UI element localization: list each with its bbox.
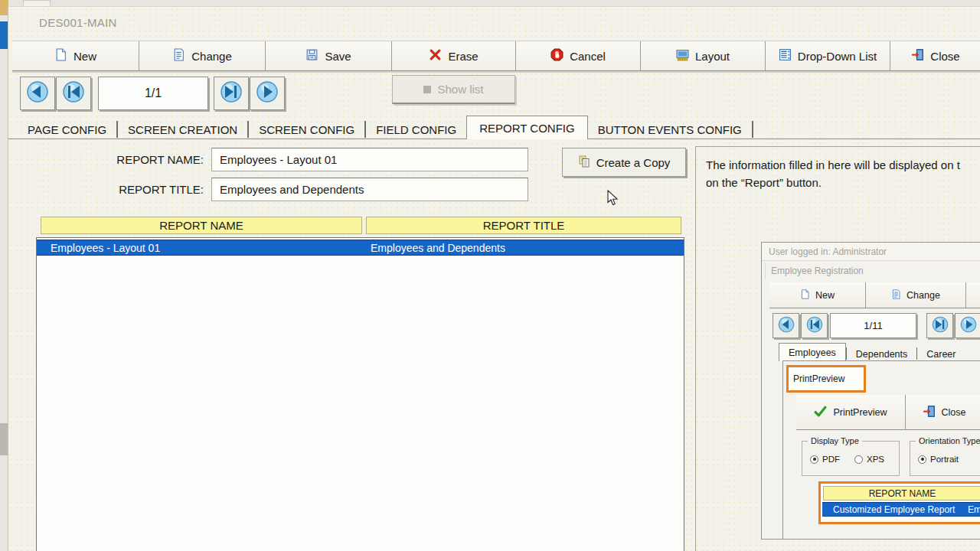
preview-last-record-button[interactable] bbox=[926, 313, 953, 338]
mouse-cursor bbox=[607, 190, 619, 210]
radio-label: Portrait bbox=[930, 455, 959, 464]
report-table-body: Employees - Layout 01 Employees and Depe… bbox=[36, 237, 684, 551]
page-indicator-value: 1/11 bbox=[864, 320, 882, 331]
report-name-label: REPORT NAME: bbox=[28, 153, 204, 166]
prev-record-button[interactable] bbox=[20, 77, 55, 110]
info-line-2: on the “Report” button. bbox=[706, 174, 980, 191]
arrow-left-icon bbox=[25, 80, 50, 107]
preview-user-bar: User logged in: Administrator bbox=[762, 243, 980, 261]
printpreview-field[interactable]: PrintPreview bbox=[789, 373, 844, 384]
tab-page-config[interactable]: PAGE CONFIG bbox=[18, 120, 116, 139]
radio-portrait[interactable]: Portrait bbox=[918, 455, 959, 464]
square-icon bbox=[423, 86, 431, 93]
info-description-text: The information filled in here will be d… bbox=[706, 156, 980, 191]
close-button[interactable]: Close bbox=[890, 41, 980, 70]
panel-divider bbox=[695, 146, 696, 551]
layout-button[interactable]: Layout bbox=[641, 41, 766, 70]
table-row-selected[interactable]: Employees - Layout 01 Employees and Depe… bbox=[37, 240, 684, 256]
main-window: DES001-MAIN New Change Save Erase Cancel… bbox=[8, 6, 980, 551]
background-window-fragment bbox=[23, 0, 51, 6]
panel-divider bbox=[695, 146, 980, 147]
exit-door-icon bbox=[923, 405, 936, 420]
drop-down-list-button[interactable]: Drop-Down List bbox=[766, 41, 890, 70]
arrow-left-icon bbox=[777, 315, 795, 337]
cancel-button[interactable]: Cancel bbox=[516, 41, 641, 70]
tab-button-events-config[interactable]: BUTTON EVENTS CONFIG bbox=[588, 120, 752, 139]
display-type-legend: Display Type bbox=[808, 436, 862, 445]
list-grid-icon bbox=[779, 48, 792, 64]
create-copy-button[interactable]: Create a Copy bbox=[562, 148, 686, 177]
preview-tab-career[interactable]: Career bbox=[917, 347, 965, 361]
button-label: New bbox=[74, 50, 96, 63]
preview-table-header-name[interactable]: REPORT NAME bbox=[823, 486, 980, 500]
tab-screen-config[interactable]: SCREEN CONFIG bbox=[249, 120, 364, 139]
preview-table-row-selected[interactable]: Customized Employee Report Emp bbox=[822, 502, 980, 517]
info-line-1: The information filled in here will be d… bbox=[706, 156, 980, 174]
preview-new-button[interactable]: New bbox=[769, 282, 866, 308]
row-cell-title: Employees and Dependents bbox=[364, 242, 684, 254]
preview-toolbar-button-cut[interactable] bbox=[966, 282, 980, 308]
preview-tab-content-panel: PrintPreview PrintPreview Close Display … bbox=[782, 360, 980, 540]
button-label: Change bbox=[906, 290, 940, 301]
erase-button[interactable]: Erase bbox=[392, 41, 516, 70]
report-table-header-row: REPORT NAME REPORT TITLE bbox=[36, 217, 684, 235]
radio-icon bbox=[810, 455, 818, 464]
report-name-input[interactable]: Employees - Layout 01 bbox=[211, 148, 528, 171]
button-label: Erase bbox=[448, 50, 478, 63]
preview-page-indicator-field[interactable]: 1/11 bbox=[830, 313, 916, 338]
button-label: Save bbox=[325, 50, 351, 63]
preview-window-title: Employee Registration bbox=[765, 262, 980, 279]
button-label: Close bbox=[930, 50, 959, 63]
first-record-button[interactable] bbox=[56, 77, 91, 110]
tab-field-config[interactable]: FIELD CONFIG bbox=[366, 120, 466, 139]
row-cell-name: Employees - Layout 01 bbox=[37, 242, 364, 254]
display-type-groupbox: Display Type PDF XPS bbox=[802, 441, 900, 476]
radio-label: XPS bbox=[867, 455, 884, 464]
radio-xps[interactable]: XPS bbox=[854, 455, 884, 464]
printpreview-button[interactable]: PrintPreview bbox=[796, 395, 906, 429]
preview-next-record-button[interactable] bbox=[955, 313, 980, 338]
report-table-header-title[interactable]: REPORT TITLE bbox=[366, 217, 681, 234]
page-indicator-value: 1/1 bbox=[145, 86, 162, 100]
report-title-value: Employees and Dependents bbox=[220, 183, 364, 196]
arrow-last-icon bbox=[931, 315, 949, 337]
orientation-type-legend: Orientation Type bbox=[916, 436, 980, 445]
config-tabstrip: PAGE CONFIG SCREEN CREATION SCREEN CONFI… bbox=[8, 116, 980, 139]
preview-first-record-button[interactable] bbox=[801, 313, 828, 338]
preview-tab-employees[interactable]: Employees bbox=[779, 343, 846, 361]
tab-report-config[interactable]: REPORT CONFIG bbox=[466, 116, 587, 139]
report-title-input[interactable]: Employees and Dependents bbox=[211, 178, 528, 201]
tab-screen-creation[interactable]: SCREEN CREATION bbox=[118, 120, 247, 139]
preview-change-button[interactable]: Change bbox=[866, 282, 966, 308]
window-title: DES001-MAIN bbox=[39, 16, 117, 29]
printpreview-field-highlight: PrintPreview bbox=[786, 365, 866, 393]
red-x-icon bbox=[429, 48, 442, 64]
tab-separator bbox=[752, 121, 753, 138]
button-label: New bbox=[815, 290, 835, 301]
report-title-label: REPORT TITLE: bbox=[28, 183, 204, 196]
radio-icon bbox=[918, 455, 926, 464]
new-page-icon bbox=[54, 48, 67, 64]
main-toolbar: New Change Save Erase Cancel Layout Drop… bbox=[12, 41, 980, 71]
show-list-button[interactable]: Show list bbox=[392, 75, 515, 104]
edit-document-icon bbox=[172, 48, 185, 64]
preview-tab-dependents[interactable]: Dependents bbox=[847, 347, 916, 361]
save-button[interactable]: Save bbox=[266, 41, 392, 70]
last-record-button[interactable] bbox=[214, 77, 249, 110]
radio-icon bbox=[854, 455, 863, 464]
change-button[interactable]: Change bbox=[139, 41, 266, 70]
button-label: Change bbox=[191, 50, 232, 63]
edit-document-icon bbox=[891, 289, 901, 302]
preview-prev-record-button[interactable] bbox=[773, 313, 799, 338]
new-button[interactable]: New bbox=[12, 41, 139, 70]
button-label: PrintPreview bbox=[833, 407, 887, 418]
report-table-header-name[interactable]: REPORT NAME bbox=[41, 217, 362, 234]
radio-pdf[interactable]: PDF bbox=[810, 455, 840, 464]
page-indicator-field[interactable]: 1/1 bbox=[98, 77, 208, 110]
exit-door-icon bbox=[911, 48, 924, 64]
preview-close-button[interactable]: Close bbox=[906, 395, 980, 429]
floppy-disk-icon bbox=[305, 48, 318, 64]
report-name-value: Employees - Layout 01 bbox=[220, 153, 337, 166]
next-record-button[interactable] bbox=[250, 77, 285, 110]
button-label: Close bbox=[942, 407, 966, 418]
